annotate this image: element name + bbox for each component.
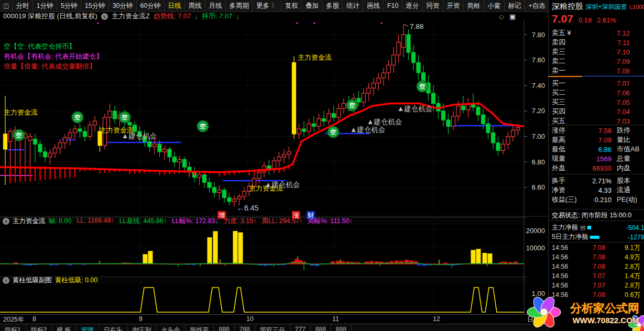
- tick-time: 14:56: [552, 282, 576, 289]
- svg-text:主力资金流: 主力资金流: [298, 53, 332, 61]
- tick-time: 14:56: [552, 244, 576, 251]
- flow-collapse-icon[interactable]: ∨: [3, 218, 9, 225]
- bid-row: 买二7.06: [549, 88, 644, 97]
- layout-window-icon[interactable]: ◫: [0, 0, 13, 12]
- ask-row: 卖一7.08: [549, 66, 644, 75]
- info-value: 7.58: [579, 127, 612, 135]
- flow-value-arrow-icon: ↑: [163, 217, 167, 225]
- toolbar-button-tool[interactable]: 逐分: [402, 0, 423, 12]
- bottom-tab[interactable]: 788: [235, 324, 255, 331]
- bottom-tab[interactable]: 御宝列: [128, 324, 157, 331]
- bottom-tab[interactable]: 眼线平: [185, 324, 214, 331]
- toolbar-button-tool[interactable]: F10: [384, 0, 402, 12]
- toolbar-button-tool[interactable]: 多股: [322, 0, 343, 12]
- toolbar-button-tool[interactable]: 画线: [363, 0, 384, 12]
- info-label: 最高: [552, 135, 579, 145]
- svg-text:7.40: 7.40: [532, 82, 545, 90]
- bottom-tab[interactable]: 指标1: [0, 324, 26, 331]
- toolbar-button-period[interactable]: 多周期: [226, 0, 253, 12]
- kong-signal-icon: 空: [198, 121, 209, 132]
- flow-panel-header: ∨ 主力资金流 轴: 0.00LL: 1166.48↑LL基线: 445.86↑…: [0, 217, 527, 225]
- bottom-tab[interactable]: 横 板: [52, 324, 76, 331]
- toolbar-button-tool[interactable]: 小窗: [484, 0, 505, 12]
- date-axis[interactable]: 2025年89101112日: [0, 314, 548, 324]
- bottom-tab[interactable]: 888: [311, 324, 331, 331]
- svg-text:空: 空: [350, 102, 355, 108]
- main-net-flow-5d-label: 5日主力净额: [552, 233, 588, 241]
- flow-header-value: LL: 1166.48↑: [77, 217, 114, 226]
- flow-value-arrow-icon: ↑: [111, 217, 114, 224]
- ask-price: 7.11: [582, 39, 641, 47]
- toolbar-button-period[interactable]: 日线: [165, 0, 185, 12]
- flow-header-value: 轴: 0.00: [49, 217, 72, 226]
- indicator-name[interactable]: 主力资金流Z: [112, 12, 150, 21]
- toolbar-button-tool[interactable]: 同资: [423, 0, 443, 12]
- info-row: 换手2.71%股本: [549, 176, 644, 185]
- toolbar-button-tool[interactable]: 标记: [505, 0, 525, 12]
- info-label-2: 量比: [617, 135, 630, 145]
- toolbar-button-period[interactable]: 更多 〉: [253, 0, 281, 12]
- toolbar-button-period[interactable]: 60分钟: [137, 0, 165, 12]
- ask-price: 7.10: [582, 48, 641, 56]
- flow-header-value: 周LL: 294.57↑: [261, 217, 302, 226]
- chart-corner-icon[interactable]: ▣: [509, 13, 516, 20]
- svg-text:6.80: 6.80: [532, 158, 545, 166]
- ask-price: 7.12: [582, 29, 641, 37]
- bottom-tab[interactable]: 简双三品: [255, 324, 290, 331]
- flow-value-arrow-icon: ↓: [215, 217, 219, 225]
- flow-panel-values: 轴: 0.00LL: 1166.48↑LL基线: 445.86↑LL幅%: 17…: [49, 217, 353, 226]
- tick-time: 14:56: [552, 253, 576, 261]
- list-icon[interactable]: ▤: [580, 224, 585, 231]
- bottom-tab[interactable]: 888: [331, 324, 352, 331]
- tick-volume: 0.6万: [605, 291, 640, 300]
- ask-label: 卖五 ¥: [552, 28, 582, 38]
- toolbar-button-tool[interactable]: 统计: [343, 0, 363, 12]
- low-collapse-icon[interactable]: ∨: [3, 277, 9, 284]
- flow-header-value: LL基线: 445.86↑: [119, 217, 167, 226]
- indicator-collapse-icon[interactable]: ∨: [101, 13, 108, 20]
- kong-signal-icon: 空: [328, 127, 339, 138]
- svg-text:主力资金流: 主力资金流: [100, 126, 134, 134]
- main-net-flow-5d-row: 5日主力净额 -1278: [552, 233, 644, 241]
- info-label-2: 跌停: [617, 126, 630, 135]
- toolbar-button-period[interactable]: 5分钟: [57, 0, 81, 12]
- info-label-2: 内盘: [617, 163, 630, 173]
- ask-price: 7.09: [582, 58, 641, 65]
- toolbar-button-period[interactable]: 周线: [185, 0, 205, 12]
- trend-down-arrow-icon: ↓: [194, 13, 198, 20]
- svg-text:空: 空: [420, 83, 425, 90]
- chart-corner-icon[interactable]: ◇: [499, 13, 504, 20]
- toolbar-button-period[interactable]: 30分钟: [109, 0, 137, 12]
- low-panel-title[interactable]: 黄柱低吸副图: [13, 276, 52, 285]
- low-panel-header: ∨ 黄柱低吸副图 黄柱低吸: 0.00: [0, 277, 527, 284]
- tool-buttons: 复权叠加多股统计画线F10逐分同资开资简框小窗标记+自选返回: [281, 0, 570, 12]
- bottom-tab[interactable]: 日右头: [99, 324, 128, 331]
- tick-time: 14:56: [552, 263, 576, 270]
- toolbar-button-tool[interactable]: 叠加: [302, 0, 322, 12]
- toolbar-button-tool[interactable]: +自选: [525, 0, 549, 12]
- flow-panel-title[interactable]: 主力资金流: [13, 217, 46, 226]
- bottom-tab[interactable]: 管理: [77, 324, 99, 331]
- date-axis-label: 日: [527, 315, 534, 324]
- toolbar-button-period[interactable]: 分时: [13, 0, 33, 12]
- toolbar-button-period[interactable]: 月线: [205, 0, 226, 12]
- info-row: 最高7.09量比: [549, 135, 644, 145]
- price-change-pct: 2.61%: [597, 16, 616, 24]
- bid-label: 买三: [552, 97, 582, 107]
- svg-text:7.80: 7.80: [532, 31, 545, 39]
- toolbar-button-tool[interactable]: 开资: [443, 0, 464, 12]
- bottom-tab[interactable]: 指标2: [26, 324, 52, 331]
- ask-price: 7.08: [582, 67, 641, 75]
- toolbar-button-tool[interactable]: 复权: [281, 0, 302, 12]
- last-price: 7.07: [552, 13, 573, 25]
- toolbar-button-tool[interactable]: 简框: [464, 0, 484, 12]
- toolbar-button-period[interactable]: 1分钟: [33, 0, 57, 12]
- toolbar-button-period[interactable]: 15分钟: [81, 0, 109, 12]
- ask-row: 卖三7.10: [549, 47, 644, 57]
- info-row: 最低6.86市值AB: [549, 145, 644, 154]
- bottom-tab[interactable]: 777: [290, 324, 311, 331]
- tick-time: 14:56: [552, 272, 576, 280]
- bottom-tab[interactable]: 888: [214, 324, 235, 331]
- bottom-tab[interactable]: 火头会: [157, 324, 185, 331]
- svg-text:7.20: 7.20: [532, 107, 545, 115]
